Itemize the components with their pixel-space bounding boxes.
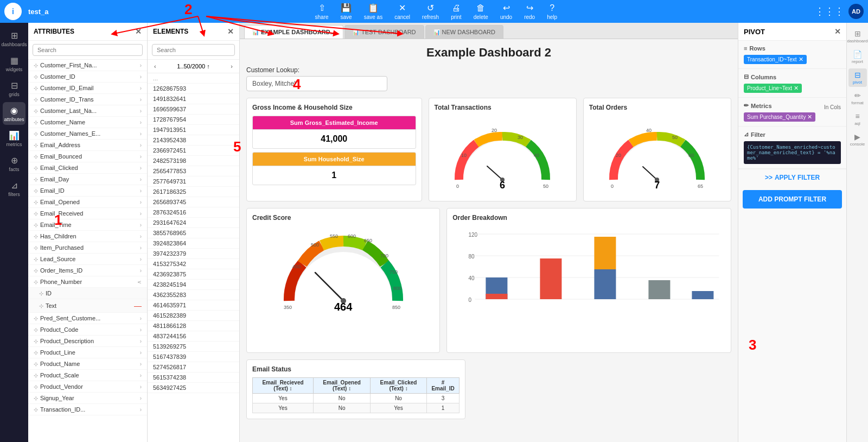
cancel-button[interactable]: ✕ cancel	[389, 1, 416, 22]
save-icon: 💾	[341, 3, 352, 13]
print-button[interactable]: 🖨 print	[445, 1, 467, 22]
delete-icon: 🗑	[476, 3, 485, 13]
redo-icon: ↪	[526, 3, 533, 13]
top-bar-actions: ⇧ share 💾 save 📋 save as ✕ cancel ↺ refr…	[60, 1, 813, 22]
apps-icon[interactable]: ⋮⋮⋮	[815, 5, 844, 17]
refresh-icon: ↺	[427, 3, 434, 13]
redo-button[interactable]: ↪ redo	[519, 1, 540, 22]
app-logo[interactable]: i	[4, 3, 22, 20]
top-bar-right: ⋮⋮⋮ AD	[815, 4, 864, 19]
help-button[interactable]: ? help	[541, 1, 563, 22]
refresh-button[interactable]: ↺ refresh	[417, 1, 444, 22]
undo-button[interactable]: ↩ undo	[495, 1, 518, 22]
print-icon: 🖨	[452, 3, 461, 13]
cancel-icon: ✕	[399, 3, 406, 13]
delete-button[interactable]: 🗑 delete	[468, 1, 494, 22]
save-button[interactable]: 💾 save	[335, 1, 358, 22]
app-title: test_a	[28, 8, 49, 16]
top-bar: i test_a ⇧ share 💾 save 📋 save as ✕ canc…	[0, 0, 868, 23]
save-as-icon: 📋	[368, 3, 379, 13]
undo-icon: ↩	[503, 3, 510, 13]
save-as-button[interactable]: 📋 save as	[359, 1, 388, 22]
avatar[interactable]: AD	[848, 4, 864, 19]
help-icon: ?	[550, 3, 554, 13]
share-button[interactable]: ⇧ share	[310, 1, 334, 22]
share-icon: ⇧	[318, 3, 326, 13]
